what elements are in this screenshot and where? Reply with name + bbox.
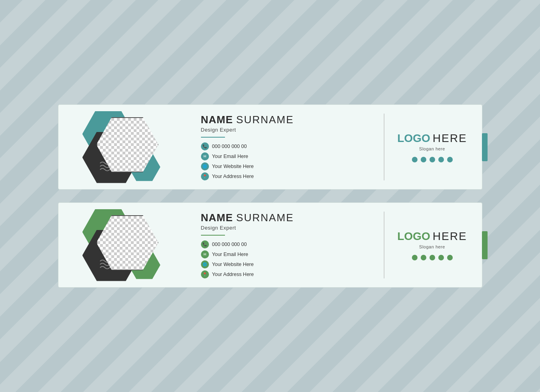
page-wrapper: NAME SURNAME Design Expert 000 000 000 0… [58,104,482,288]
name-first-1: NAME [201,114,233,126]
dot-1c [430,157,435,162]
address-value-1: Your Address Here [212,174,254,179]
card-accent-bar-2 [482,231,488,259]
vertical-divider-2 [384,212,384,278]
dot-1d [438,157,444,162]
email-icon-2 [201,250,209,258]
hex-group-2 [70,209,183,281]
website-value-2: Your Website Here [212,262,254,267]
card-logo-2: LOGO HERE Slogan here [392,212,472,278]
dot-1a [412,157,418,162]
dot-2c [430,255,435,260]
card-info-2: NAME SURNAME Design Expert 000 000 000 0… [201,212,376,278]
contact-website-1: Your Website Here [201,162,368,170]
web-icon-1 [201,162,209,170]
slogan-2: Slogan here [419,244,445,249]
logo-light-1: HERE [433,132,467,145]
social-dots-1 [412,157,453,162]
logo-light-2: HERE [433,230,467,243]
card-accent-bar-1 [482,133,488,161]
dot-1e [447,157,453,162]
card-content-1: NAME SURNAME Design Expert 000 000 000 0… [195,105,482,189]
name-line-2: NAME SURNAME [201,212,368,224]
address-value-2: Your Address Here [212,272,254,277]
email-signature-card-1: NAME SURNAME Design Expert 000 000 000 0… [58,104,482,190]
logo-text-2: LOGO HERE [397,230,467,243]
hex-group-1 [70,111,183,183]
phone-icon-2 [201,240,209,248]
name-line-1: NAME SURNAME [201,114,368,126]
name-last-2: SURNAME [236,212,294,224]
website-value-1: Your Website Here [212,164,254,169]
title-2: Design Expert [201,225,368,231]
logo-bold-2: LOGO [397,230,430,243]
card-left-1 [58,105,195,189]
card-logo-1: LOGO HERE Slogan here [392,114,472,180]
contact-address-1: Your Address Here [201,172,368,180]
title-1: Design Expert [201,127,368,133]
pin-icon-2 [201,270,209,278]
card-left-2 [58,203,195,287]
contact-phone-2: 000 000 000 00 [201,240,368,248]
contact-email-1: Your Email Here [201,152,368,160]
email-icon-1 [201,152,209,160]
contact-website-2: Your Website Here [201,260,368,268]
name-last-1: SURNAME [236,114,294,126]
contact-phone-1: 000 000 000 00 [201,142,368,150]
contact-list-1: 000 000 000 00 Your Email Here Your Webs… [201,142,368,180]
card-content-2: NAME SURNAME Design Expert 000 000 000 0… [195,203,482,287]
card-info-1: NAME SURNAME Design Expert 000 000 000 0… [201,114,376,180]
logo-text-1: LOGO HERE [397,132,467,145]
dot-2e [447,255,453,260]
divider-1 [201,137,225,138]
name-first-2: NAME [201,212,233,224]
phone-value-2: 000 000 000 00 [212,242,247,247]
email-signature-card-2: NAME SURNAME Design Expert 000 000 000 0… [58,202,482,288]
vertical-divider-1 [384,114,384,180]
dot-2b [421,255,426,260]
social-dots-2 [412,255,453,260]
contact-list-2: 000 000 000 00 Your Email Here Your Webs… [201,240,368,278]
email-value-2: Your Email Here [212,252,249,257]
divider-2 [201,235,225,236]
pin-icon-1 [201,172,209,180]
phone-icon-1 [201,142,209,150]
contact-address-2: Your Address Here [201,270,368,278]
contact-email-2: Your Email Here [201,250,368,258]
web-icon-2 [201,260,209,268]
phone-value-1: 000 000 000 00 [212,144,247,149]
dot-2a [412,255,418,260]
slogan-1: Slogan here [419,146,445,151]
dot-2d [438,255,444,260]
logo-bold-1: LOGO [397,132,430,145]
email-value-1: Your Email Here [212,154,249,159]
dot-1b [421,157,426,162]
